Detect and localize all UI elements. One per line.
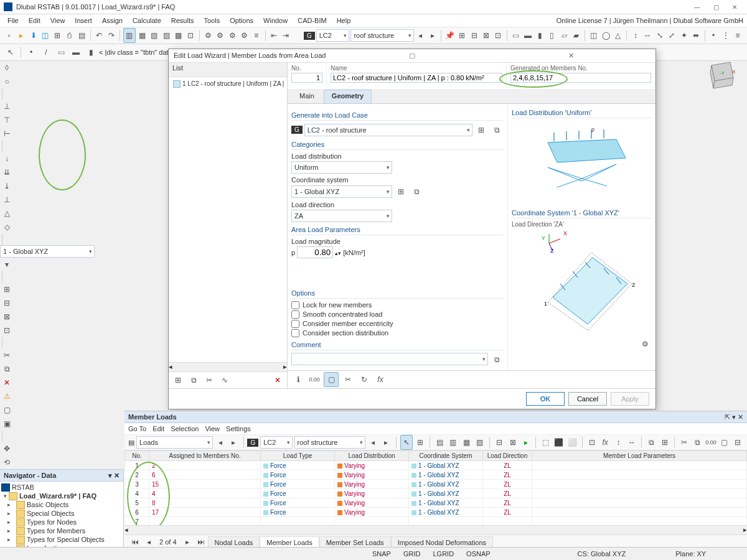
bp-menu-goto[interactable]: Go To <box>128 425 146 432</box>
l5-icon[interactable]: △ <box>0 207 14 220</box>
d5-icon[interactable]: ▱ <box>559 29 570 42</box>
l4-icon[interactable]: ⊥ <box>0 193 14 207</box>
mv-icon[interactable]: ✥ <box>0 442 14 455</box>
ball-icon[interactable]: ◯ <box>601 29 611 42</box>
undo-icon[interactable]: ↶ <box>94 29 105 42</box>
s2-icon[interactable]: ⊤ <box>0 113 14 127</box>
col-dist[interactable]: Load Distribution <box>335 451 409 461</box>
bp-t4-icon[interactable]: ▥ <box>448 436 459 449</box>
menu-file[interactable]: File <box>4 16 22 26</box>
tab-nodal-loads[interactable]: Nodal Loads <box>208 536 260 548</box>
view-e-icon[interactable]: ▩ <box>173 29 184 42</box>
bp-t6-icon[interactable]: ▧ <box>474 436 486 449</box>
opt-smooth-checkbox[interactable] <box>291 310 299 319</box>
menu-tools[interactable]: Tools <box>200 16 223 26</box>
tree-typesspecial[interactable]: Types for Special Objects <box>27 536 105 543</box>
ax2-icon[interactable]: ↔ <box>642 29 653 42</box>
generate-lc-combo[interactable]: LC2 - roof structure <box>304 124 472 136</box>
status-osnap[interactable]: OSNAP <box>466 550 491 558</box>
bp-t7-icon[interactable]: ⊟ <box>494 436 505 449</box>
arrow-l-icon[interactable]: ⇤ <box>268 29 279 42</box>
magnitude-input[interactable] <box>297 246 333 258</box>
view-f-icon[interactable]: ⊡ <box>185 29 195 42</box>
bp-hscroll[interactable]: ◂▸ <box>125 525 747 534</box>
bp-t10-icon[interactable]: ⬛ <box>553 436 565 449</box>
dialog-max-button[interactable]: ▢ <box>332 50 491 61</box>
e3-icon[interactable]: ≡ <box>732 29 743 42</box>
tree-typesnodes[interactable]: Types for Nodes <box>27 518 77 526</box>
view-d-icon[interactable]: ▨ <box>161 29 171 42</box>
g1-icon[interactable]: ⊞ <box>0 282 14 296</box>
dlg-tool-units-icon[interactable]: 0.00 <box>308 373 321 386</box>
t2-icon[interactable]: ⊟ <box>469 29 479 42</box>
bp-t9-icon[interactable]: ⬚ <box>540 436 551 449</box>
bp-t20-icon[interactable]: ⊟ <box>732 436 743 449</box>
gear2-icon[interactable]: ⚙ <box>215 29 225 42</box>
new-icon[interactable]: ▫ <box>4 29 14 42</box>
status-lgrid[interactable]: LGRID <box>433 550 454 558</box>
list-t2-icon[interactable]: ∿ <box>218 373 232 387</box>
table-row[interactable]: 617ForceVarying1 - Global XYZZL <box>125 508 747 517</box>
table-row[interactable]: 58ForceVarying1 - Global XYZZL <box>125 498 747 508</box>
status-grid[interactable]: GRID <box>403 550 421 558</box>
tree-root[interactable]: RSTAB <box>12 483 34 491</box>
bp-t1-icon[interactable]: ↖ <box>400 435 413 450</box>
t3-icon[interactable]: ⊠ <box>481 29 491 42</box>
dlg-tool-r-icon[interactable]: ↻ <box>357 373 371 386</box>
table-row[interactable]: 315ForceVarying1 - Global XYZZL <box>125 480 747 489</box>
l6-icon[interactable]: ◇ <box>0 220 14 234</box>
menu-insert[interactable]: Insert <box>71 16 96 26</box>
lc-code-combo[interactable]: LC2 <box>316 29 350 42</box>
ax1-icon[interactable]: ↕ <box>630 29 641 42</box>
cone-icon[interactable]: △ <box>613 29 623 42</box>
g2-icon[interactable]: ⊟ <box>0 296 14 310</box>
ldir-combo[interactable]: ZA <box>291 210 392 222</box>
c-tool-icon[interactable]: ▾ <box>0 258 14 271</box>
bp-t15-icon[interactable]: ⧉ <box>646 436 657 449</box>
t1-icon[interactable]: ⊞ <box>457 29 467 42</box>
bp-units-icon[interactable]: 0.00 <box>705 436 716 449</box>
sel1-icon[interactable]: ✂ <box>0 348 14 362</box>
member-loads-table[interactable]: No. Assigned to Members No. Load Type Lo… <box>125 450 747 525</box>
view-a-icon[interactable]: ▥ <box>123 28 135 43</box>
menu-window[interactable]: Window <box>260 16 291 26</box>
rot-icon[interactable]: ⟲ <box>0 455 14 469</box>
cs-combo[interactable]: 1 - Global XYZ <box>291 185 392 198</box>
list-copy-icon[interactable]: ⧉ <box>187 373 200 387</box>
d3-icon[interactable]: ▮ <box>535 29 545 42</box>
arrow-r-icon[interactable]: ⇥ <box>281 29 291 42</box>
list-item[interactable]: 1 LC2 - roof structure | Uniform | ZA | … <box>171 79 285 89</box>
report-icon[interactable]: ▤ <box>76 29 87 42</box>
cs-tool1-icon[interactable]: ⊞ <box>394 185 408 198</box>
s1-icon[interactable]: ⊥ <box>0 100 14 113</box>
opt-ecc-checkbox[interactable] <box>291 320 299 328</box>
ax6-icon[interactable]: ⬌ <box>690 29 701 42</box>
menu-assign[interactable]: Assign <box>98 16 126 26</box>
bp-category-combo[interactable]: Loads <box>136 436 213 449</box>
e1-icon[interactable]: • <box>708 29 718 42</box>
g3-icon[interactable]: ⊠ <box>0 310 14 324</box>
menu-help[interactable]: Help <box>333 16 355 26</box>
maximize-button[interactable]: ▢ <box>707 1 725 12</box>
block-icon[interactable]: ◫ <box>40 29 50 42</box>
list-hscroll[interactable]: ◂▸ <box>169 362 287 371</box>
e2-icon[interactable]: ⋮ <box>720 29 731 42</box>
cancel-button[interactable]: Cancel <box>568 392 607 406</box>
bp-lc-combo[interactable]: LC2 <box>260 436 292 449</box>
bp-prev-lc-icon[interactable]: ◂ <box>367 436 378 449</box>
bp-lcname-combo[interactable]: roof structure <box>294 436 365 449</box>
bp-t13-icon[interactable]: ↕ <box>613 436 624 449</box>
opt-lock-checkbox[interactable] <box>291 301 299 309</box>
d1-icon[interactable]: ▭ <box>510 29 521 42</box>
dlg-tool-cut-icon[interactable]: ✂ <box>341 373 355 386</box>
view-b-icon[interactable]: ▦ <box>137 29 148 42</box>
generated-members-input[interactable] <box>510 73 651 83</box>
menu-results[interactable]: Results <box>167 16 198 26</box>
col-assigned[interactable]: Assigned to Members No. <box>149 451 261 461</box>
ax5-icon[interactable]: ✦ <box>679 29 689 42</box>
bp-t14-icon[interactable]: ↔ <box>626 436 637 449</box>
table-row[interactable]: 7 <box>125 517 747 526</box>
table-row[interactable]: 44ForceVarying1 - Global XYZZL <box>125 489 747 498</box>
warn-icon[interactable]: ⚠ <box>0 390 14 403</box>
calc-icon[interactable]: ≡ <box>251 29 261 42</box>
